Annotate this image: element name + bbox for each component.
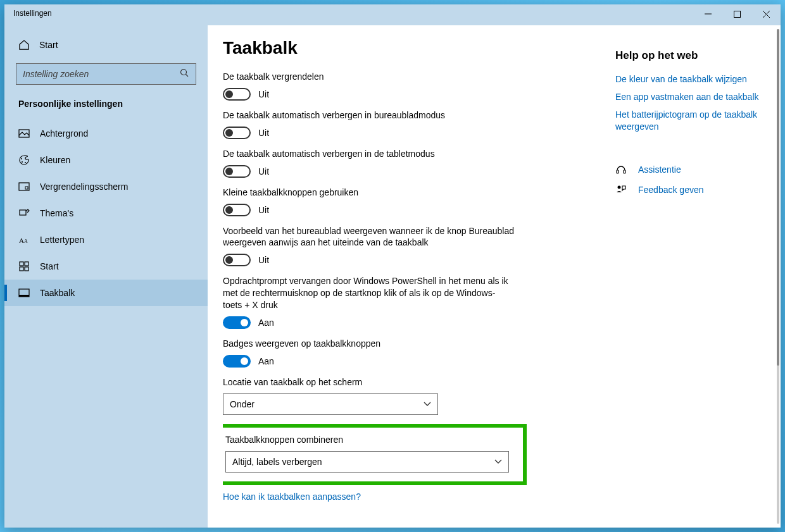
setting-label: Opdrachtprompt vervangen door Windows Po… (223, 275, 514, 311)
sidebar-item-label: Kleuren (40, 155, 70, 165)
toggle-state: Uit (258, 89, 269, 99)
toggle-badges[interactable] (223, 355, 251, 368)
maximize-button[interactable] (722, 4, 751, 23)
headset-icon (615, 164, 627, 175)
help-link-customize[interactable]: Hoe kan ik taakbalken aanpassen? (223, 492, 603, 502)
svg-point-3 (21, 158, 22, 159)
scrollbar[interactable] (777, 29, 779, 524)
svg-rect-13 (20, 267, 23, 271)
page-title: Taakbalk (223, 38, 603, 58)
close-icon (763, 11, 770, 18)
search-icon (180, 68, 189, 80)
svg-text:A: A (24, 238, 28, 244)
toggle-powershell[interactable] (223, 316, 251, 329)
home-icon (18, 39, 30, 51)
help-panel: Help op het web De kleur van de taakbalk… (603, 38, 781, 528)
minimize-button[interactable] (693, 4, 722, 23)
window-title: Instellingen (4, 4, 61, 22)
setting-powershell: Opdrachtprompt vervangen door Windows Po… (223, 275, 603, 329)
svg-rect-7 (25, 187, 28, 189)
setting-label: Kleine taakbalkknoppen gebruiken (223, 187, 514, 199)
feedback-row[interactable]: Feedback geven (615, 184, 765, 195)
titlebar: Instellingen (4, 4, 781, 25)
sidebar-item-themas[interactable]: Thema's (4, 200, 208, 226)
toggle-peek[interactable] (223, 254, 251, 266)
help-link-pin[interactable]: Een app vastmaken aan de taakbalk (615, 91, 765, 102)
svg-rect-14 (25, 267, 28, 271)
sidebar-item-label: Taakbalk (40, 288, 75, 298)
setting-small-buttons: Kleine taakbalkknoppen gebruiken Uit (223, 187, 603, 216)
svg-rect-16 (19, 295, 29, 297)
svg-text:A: A (19, 237, 24, 244)
dropdown-location[interactable]: Onder (223, 393, 438, 415)
setting-label: De taakbalk automatisch verbergen in de … (223, 148, 514, 160)
toggle-lock-taskbar[interactable] (223, 88, 251, 101)
toggle-small-buttons[interactable] (223, 204, 251, 216)
svg-point-5 (25, 162, 26, 163)
toggle-state: Uit (258, 255, 269, 265)
feedback-icon (615, 184, 627, 195)
help-title: Help op het web (615, 49, 765, 62)
scrollbar-thumb[interactable] (777, 29, 779, 366)
setting-label: Locatie van taakbalk op het scherm (223, 376, 514, 388)
svg-rect-11 (20, 262, 23, 266)
minimize-icon (705, 11, 712, 18)
assist-label: Assistentie (638, 164, 681, 175)
sidebar-item-label: Start (40, 261, 59, 271)
setting-autohide-desktop: De taakbalk automatisch verbergen in bur… (223, 109, 603, 139)
sidebar-item-label: Vergrendelingsscherm (40, 182, 128, 192)
help-link-battery[interactable]: Het batterijpictogram op de taakbalk wee… (615, 109, 765, 132)
sidebar: Start Persoonlijke instellingen Achtergr… (4, 25, 208, 528)
feedback-label: Feedback geven (638, 185, 704, 195)
highlight-combine: Taakbalkknoppen combineren Altijd, label… (223, 424, 527, 485)
sidebar-category: Persoonlijke instellingen (4, 96, 208, 120)
toggle-state: Aan (258, 356, 274, 366)
palette-icon (18, 154, 30, 166)
setting-badges: Badges weergeven op taakbalkknoppen Aan (223, 338, 603, 368)
setting-label: De taakbalk vergrendelen (223, 71, 514, 83)
assist-row[interactable]: Assistentie (615, 164, 765, 175)
start-icon (18, 261, 30, 272)
svg-rect-18 (624, 170, 625, 173)
toggle-autohide-tablet[interactable] (223, 165, 251, 178)
sidebar-home[interactable]: Start (4, 32, 208, 58)
help-link-color[interactable]: De kleur van de taakbalk wijzigen (615, 73, 765, 85)
setting-label: Badges weergeven op taakbalkknoppen (223, 338, 514, 350)
content-area: Start Persoonlijke instellingen Achtergr… (4, 25, 781, 528)
sidebar-item-start[interactable]: Start (4, 253, 208, 280)
taskbar-icon (18, 287, 30, 299)
font-icon: AA (18, 234, 30, 245)
maximize-icon (734, 11, 741, 18)
theme-icon (18, 207, 30, 219)
search-input[interactable] (23, 69, 180, 79)
setting-peek: Voorbeeld van het bureaublad weergeven w… (223, 225, 603, 267)
toggle-state: Uit (258, 205, 269, 215)
dropdown-combine[interactable]: Altijd, labels verbergen (225, 451, 509, 473)
svg-rect-12 (25, 262, 28, 266)
chevron-down-icon (494, 457, 502, 466)
svg-point-4 (22, 161, 23, 163)
setting-label: Taakbalkknoppen combineren (225, 434, 514, 446)
lockscreen-icon (18, 181, 30, 192)
sidebar-item-vergrendelingsscherm[interactable]: Vergrendelingsscherm (4, 173, 208, 200)
toggle-state: Uit (258, 128, 269, 138)
toggle-autohide-desktop[interactable] (223, 127, 251, 139)
setting-label: Voorbeeld van het bureaublad weergeven w… (223, 225, 514, 249)
chevron-down-icon (424, 400, 431, 409)
dropdown-value: Altijd, labels verbergen (232, 457, 322, 467)
dropdown-value: Onder (230, 399, 254, 409)
toggle-state: Aan (258, 318, 274, 328)
search-box[interactable] (16, 63, 196, 85)
sidebar-item-taakbalk[interactable]: Taakbalk (4, 280, 208, 306)
svg-point-1 (181, 70, 187, 75)
sidebar-item-lettertypen[interactable]: AA Lettertypen (4, 226, 208, 253)
sidebar-item-kleuren[interactable]: Kleuren (4, 147, 208, 173)
main-content: Taakbalk De taakbalk vergrendelen Uit De… (223, 38, 603, 528)
sidebar-item-label: Thema's (40, 208, 73, 218)
setting-lock-taskbar: De taakbalk vergrendelen Uit (223, 71, 603, 101)
sidebar-item-achtergrond[interactable]: Achtergrond (4, 120, 208, 147)
sidebar-home-label: Start (39, 40, 58, 50)
close-button[interactable] (751, 4, 781, 23)
sidebar-item-label: Achtergrond (40, 128, 88, 139)
setting-label: De taakbalk automatisch verbergen in bur… (223, 109, 514, 121)
